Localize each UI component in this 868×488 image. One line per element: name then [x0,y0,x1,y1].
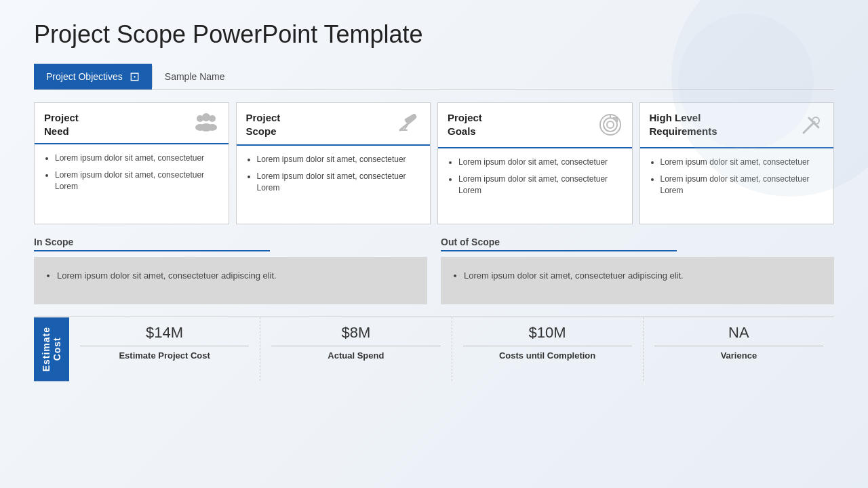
out-scope-text: Lorem ipsum dolor sit amet, consectetuer… [464,269,823,283]
tab-project-objectives[interactable]: Project Objectives ⊡ [34,64,152,89]
cost-variance-value: NA [654,324,823,342]
cost-row: CostEstimate $14M Estimate Project Cost … [34,317,834,381]
goals-bullet-2: Lorem ipsum dolor sit amet, consectetuer… [458,174,623,197]
req-bullet-1: Lorem ipsum dolor sit amet, consectetuer [660,157,825,168]
tools-icon [800,113,824,142]
slide: Project Scope PowerPoint Template Projec… [0,0,868,488]
scope-bullet-1: Lorem ipsum dolor sit amet, consectetuer [257,154,421,165]
card-scope-body: Lorem ipsum dolor sit amet, consectetuer… [237,146,431,207]
cost-item-actual: $8M Actual Spend [260,317,452,381]
cost-estimate-value: $14M [80,324,249,342]
in-scope-label: In Scope [34,237,427,247]
telescope-icon [395,113,420,139]
tab-sample-name[interactable]: Sample Name [152,66,237,87]
cost-variance-desc: Varience [654,350,823,361]
card-scope-header: ProjectScope [237,103,431,146]
tab-objectives-label: Project Objectives [46,71,123,82]
svg-point-1 [202,113,210,121]
in-scope-text: Lorem ipsum dolor sit amet, consectetuer… [57,269,416,283]
card-req-body: Lorem ipsum dolor sit amet, consectetuer… [640,148,834,209]
card-need-header: ProjectNeed [35,103,229,144]
tab-bar: Project Objectives ⊡ Sample Name [34,64,834,90]
card-project-scope: ProjectScope Lorem ipsum dolor sit amet,… [236,102,431,224]
card-need-title: ProjectNeed [44,111,79,138]
card-scope-title: ProjectScope [246,111,281,138]
out-scope-underline [441,250,677,251]
cost-completion-value: $10M [463,324,632,342]
cost-completion-desc: Costs until Completion [463,350,632,361]
req-bullet-2: Lorem ipsum dolor sit amet, consectetuer… [660,174,825,197]
cost-item-variance: NA Varience [644,317,834,381]
cost-label: CostEstimate [34,317,69,381]
target-icon [598,113,623,142]
svg-line-17 [804,122,814,133]
in-scope-box: In Scope Lorem ipsum dolor sit amet, con… [34,237,427,304]
out-scope-label: Out of Scope [441,237,834,247]
svg-point-11 [604,118,617,131]
card-high-level-req: High LevelRequirements Lorem ipsum dolor… [639,102,835,224]
tab-sample-label: Sample Name [165,71,225,82]
cards-row: ProjectNeed Lorem ipsum dolor sit amet, … [34,102,834,224]
cost-item-estimate: $14M Estimate Project Cost [69,317,260,381]
card-goals-title: ProjectGoals [448,111,482,138]
svg-point-5 [208,124,217,131]
need-bullet-1: Lorem ipsum dolor sit amet, consectetuer [55,152,219,164]
card-project-need: ProjectNeed Lorem ipsum dolor sit amet, … [34,102,229,224]
card-project-goals: ProjectGoals Lorem ipsum dolor sit a [437,102,633,224]
in-scope-underline [34,250,270,251]
need-bullet-2: Lorem ipsum dolor sit amet, consectetuer… [55,169,219,192]
card-req-header: High LevelRequirements [640,103,834,148]
card-need-body: Lorem ipsum dolor sit amet, consectetuer… [35,144,229,205]
goals-bullet-1: Lorem ipsum dolor sit amet, consectetuer [458,157,623,168]
presentation-icon: ⊡ [130,69,140,84]
scope-row: In Scope Lorem ipsum dolor sit amet, con… [34,237,834,304]
scope-bullet-2: Lorem ipsum dolor sit amet, consectetuer… [257,171,421,194]
cost-actual-value: $8M [271,324,440,342]
main-title: Project Scope PowerPoint Template [34,20,834,49]
cost-item-completion: $10M Costs until Completion [452,317,644,381]
card-goals-header: ProjectGoals [438,103,632,148]
card-goals-body: Lorem ipsum dolor sit amet, consectetuer… [438,148,632,209]
cost-actual-desc: Actual Spend [271,350,440,361]
cost-estimate-desc: Estimate Project Cost [80,350,249,361]
out-scope-content: Lorem ipsum dolor sit amet, consectetuer… [441,257,834,304]
svg-point-2 [209,115,216,122]
in-scope-content: Lorem ipsum dolor sit amet, consectetuer… [34,257,427,304]
out-scope-box: Out of Scope Lorem ipsum dolor sit amet,… [441,237,834,304]
cost-items: $14M Estimate Project Cost $8M Actual Sp… [69,317,834,381]
people-icon [193,113,219,136]
card-req-title: High LevelRequirements [650,111,717,138]
svg-point-12 [607,121,614,128]
